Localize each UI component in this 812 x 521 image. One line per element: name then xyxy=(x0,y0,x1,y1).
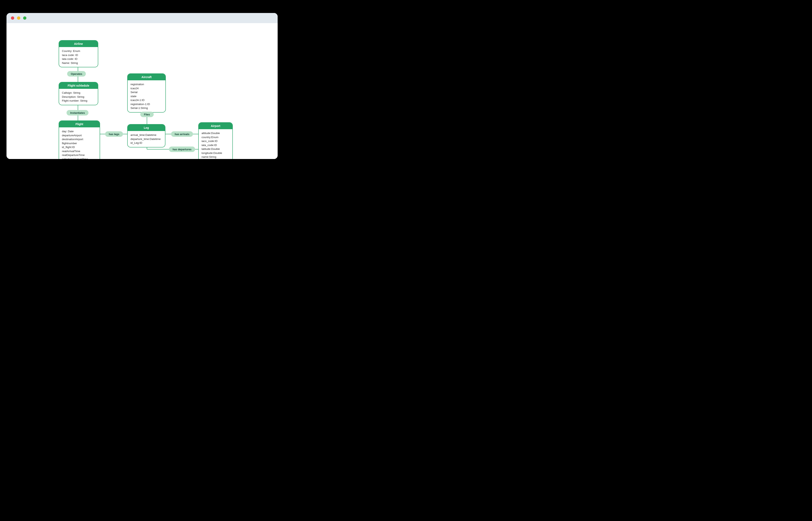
attr: Iata code: ID xyxy=(62,57,95,61)
attr: Name: String xyxy=(62,61,95,65)
attr: registration xyxy=(131,82,162,86)
entity-attrs: day: Date departureAirport destinationAi… xyxy=(59,127,100,159)
entity-aircraft: Aircraft registration icao24 Serial stat… xyxy=(127,73,166,113)
attr: name:String xyxy=(201,155,229,159)
attr: Serial-1:String xyxy=(131,106,162,110)
rel-has-departures: has departures xyxy=(169,146,195,152)
attr: destinationAirport xyxy=(62,137,97,141)
entity-title: Flight xyxy=(59,121,100,127)
rel-instantiates: Instantiates xyxy=(67,110,88,116)
attr: arrival_time:Datetime xyxy=(131,133,162,137)
attr: Serial xyxy=(131,90,162,94)
attr: scheduledArrivalTime xyxy=(62,157,97,159)
entity-flight-schedule: Flight schledule Callsign: String Descri… xyxy=(59,82,98,105)
attr: iaco_code:ID xyxy=(201,139,229,143)
rel-has-arrivals: has arrivals xyxy=(171,131,193,137)
attr: icao24-1:ID xyxy=(131,98,162,102)
maximize-icon[interactable] xyxy=(23,17,26,20)
entity-title: Flight schledule xyxy=(59,82,98,89)
attr: id_Leg:ID xyxy=(131,141,162,145)
minimize-icon[interactable] xyxy=(17,17,20,20)
attr: country:Enum xyxy=(201,135,229,139)
entity-attrs: Callsign: String Description: String Fli… xyxy=(59,89,98,105)
attr: departure_time:Datetime xyxy=(131,137,162,141)
attr: longitude:Double xyxy=(201,151,229,155)
entity-title: Aircraft xyxy=(128,74,166,80)
attr: departureAirport xyxy=(62,133,97,137)
entity-airline: Airline Country: Enum Iaca code: ID Iata… xyxy=(59,40,98,67)
rel-flies: Flies xyxy=(140,112,154,117)
entity-attrs: Country: Enum Iaca code: ID Iata code: I… xyxy=(59,47,98,67)
close-icon[interactable] xyxy=(11,17,14,20)
entity-attrs: arrival_time:Datetime departure_time:Dat… xyxy=(128,131,165,147)
attr: realDepartureTime xyxy=(62,153,97,157)
attr: registration-1:ID xyxy=(131,102,162,106)
entity-attrs: altitude:Double country:Enum iaco_code:I… xyxy=(199,129,233,159)
attr: state xyxy=(131,94,162,98)
attr: flightnumber xyxy=(62,141,97,145)
entity-title: Airline xyxy=(59,41,98,47)
app-window: Airline Country: Enum Iaca code: ID Iata… xyxy=(6,13,278,159)
attr: iata_code:ID xyxy=(201,143,229,147)
entity-airport: Airport altitude:Double country:Enum iac… xyxy=(198,122,233,159)
diagram-canvas: Airline Country: Enum Iaca code: ID Iata… xyxy=(6,23,278,159)
entity-leg: Leg arrival_time:Datetime departure_time… xyxy=(127,124,166,148)
attr: Callsign: String xyxy=(62,91,95,95)
attr: Description: String xyxy=(62,95,95,99)
rel-has-legs: has legs xyxy=(105,131,123,137)
entity-title: Airport xyxy=(199,123,233,129)
attr: id_flight:ID xyxy=(62,145,97,149)
entity-title: Leg xyxy=(128,124,165,131)
attr: realArrivalTime xyxy=(62,149,97,153)
entity-flight: Flight day: Date departureAirport destin… xyxy=(59,120,100,159)
attr: Iaca code: ID xyxy=(62,53,95,57)
attr: icao24 xyxy=(131,86,162,90)
rel-operates: Operates xyxy=(67,71,86,77)
entity-attrs: registration icao24 Serial state icao24-… xyxy=(128,80,166,112)
window-titlebar xyxy=(6,13,278,23)
attr: altitude:Double xyxy=(201,131,229,135)
attr: Flight number: String xyxy=(62,99,95,103)
attr: latitude:Double xyxy=(201,147,229,151)
attr: day: Date xyxy=(62,129,97,133)
attr: Country: Enum xyxy=(62,49,95,53)
